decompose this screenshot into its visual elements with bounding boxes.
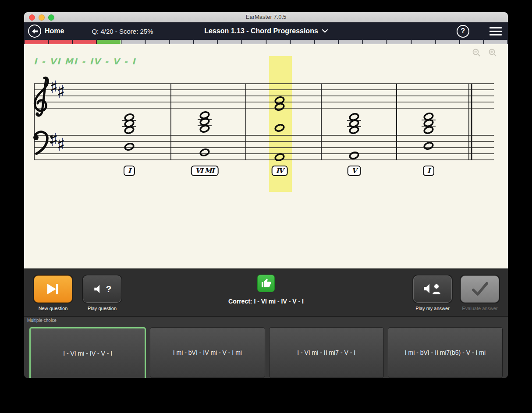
- progress-segment: [145, 40, 169, 44]
- progress-segment: [436, 40, 459, 44]
- progress-segment: [266, 40, 290, 44]
- progress-segment: [460, 40, 483, 44]
- evaluate-answer-label: Evaluate answer: [462, 306, 497, 311]
- multiple-choice-panel: Multiple-choice I - VI mi - IV - V - I I…: [24, 317, 508, 378]
- notation-area: I - VI MI - IV - V - I ♯♯♯♯ IVI MIIVVI: [24, 44, 508, 268]
- whole-note: [199, 148, 209, 156]
- chord-label: I: [124, 166, 135, 176]
- progress-segment: [170, 40, 193, 44]
- progress-segment: [25, 40, 48, 44]
- help-button[interactable]: ?: [457, 25, 469, 38]
- progress-segment: [411, 40, 435, 44]
- play-question-label: Play question: [88, 306, 117, 311]
- new-question-label: New question: [39, 306, 68, 311]
- progress-segment: [49, 40, 72, 44]
- lesson-title: Lesson 1.13 - Chord Progressions: [204, 27, 318, 35]
- whole-note: [274, 102, 284, 111]
- chord-label: IV: [272, 166, 288, 176]
- bass-clef-icon: [33, 135, 39, 140]
- choice-option-1[interactable]: I - VI mi - IV - V - I: [29, 327, 146, 378]
- speaker-person-icon: [423, 283, 442, 295]
- whole-note: [349, 151, 359, 159]
- choice-option-2[interactable]: I mi - bVI - IV mi - V - I mi: [150, 327, 265, 378]
- zoom-in-icon[interactable]: [489, 49, 497, 56]
- choice-option-4[interactable]: I mi - bVI - II mi7(b5) - V - I mi: [388, 327, 503, 378]
- progress-bar: [24, 40, 508, 44]
- choice-option-3[interactable]: I - VI mi - II mi7 - V - I: [269, 327, 384, 378]
- progress-segment: [484, 40, 507, 44]
- sharp-icon: ♯: [57, 134, 65, 155]
- menu-button[interactable]: [489, 27, 502, 35]
- correct-thumbs-up-icon: [257, 275, 275, 292]
- window-title: EarMaster 7.0.5: [24, 14, 508, 20]
- titlebar: EarMaster 7.0.5: [24, 12, 508, 22]
- app-header: Home Q: 4/20 - Score: 25% Lesson 1.13 - …: [24, 22, 508, 40]
- whole-note: [124, 142, 134, 151]
- whole-note: [199, 117, 209, 126]
- whole-note: [274, 124, 284, 132]
- progress-segment: [73, 40, 96, 44]
- progress-segment: [291, 40, 314, 44]
- whole-note: [423, 126, 433, 134]
- app-window: EarMaster 7.0.5 Home Q: 4/20 - Score: 25…: [24, 12, 508, 378]
- progress-segment: [194, 40, 217, 44]
- grand-staff: ♯♯♯♯: [24, 44, 508, 268]
- lesson-selector[interactable]: Lesson 1.13 - Chord Progressions: [24, 22, 508, 40]
- feedback-text: Correct: I - VI mi - IV - V - I: [228, 298, 304, 305]
- progress-segment: [315, 40, 338, 44]
- progress-segment: [218, 40, 241, 44]
- progress-segment: [339, 40, 362, 44]
- sharp-icon: ♯: [57, 81, 65, 102]
- progress-segment: [121, 40, 145, 44]
- multiple-choice-legend: Multiple-choice: [27, 318, 57, 323]
- evaluate-answer-button[interactable]: [461, 275, 499, 303]
- control-bar: New question ? Play question Correct: I …: [24, 268, 508, 317]
- progress-segment: [97, 40, 121, 44]
- whole-note: [124, 126, 134, 134]
- chevron-down-icon: [322, 29, 328, 33]
- chord-label: I: [423, 166, 434, 176]
- chord-label: VI MI: [191, 166, 219, 176]
- play-my-answer-button[interactable]: [413, 275, 452, 303]
- progress-segment: [242, 40, 266, 44]
- play-my-answer-label: Play my answer: [415, 306, 450, 311]
- progress-segment: [363, 40, 387, 44]
- whole-note: [349, 126, 359, 134]
- progress-segment: [387, 40, 411, 44]
- chord-label: V: [348, 166, 361, 176]
- whole-note: [423, 141, 433, 150]
- checkmark-icon: [471, 282, 489, 297]
- zoom-out-icon[interactable]: [472, 49, 480, 56]
